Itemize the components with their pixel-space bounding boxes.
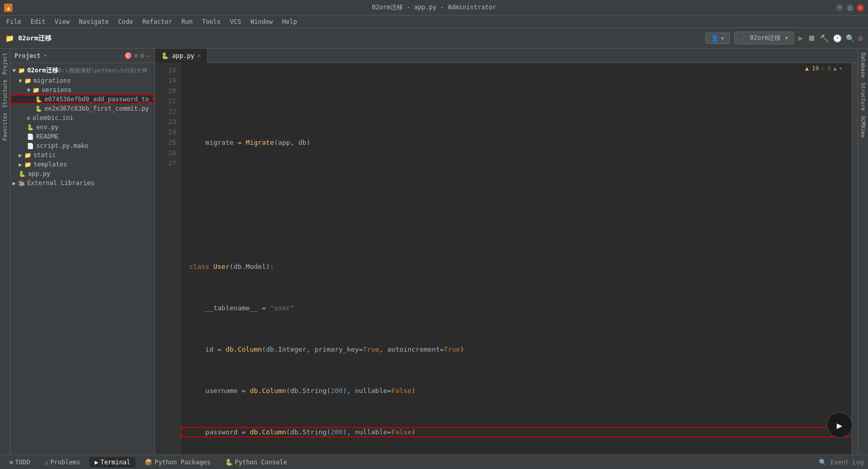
right-tab-structure[interactable]: Structure (859, 81, 867, 113)
code-token: = (388, 427, 392, 437)
tree-static[interactable]: ▶ 📁 static (10, 150, 154, 160)
tree-versions[interactable]: ▼ 📁 versions (10, 85, 154, 95)
ok-count: ✓ 6 (821, 65, 831, 72)
bottom-tab-problems[interactable]: ⚠ Problems (39, 457, 85, 467)
terminal-tab-icon: ▶ (95, 459, 98, 466)
chevron-down-icon[interactable]: ▾ (839, 65, 842, 72)
bottom-tab-todo[interactable]: ≡ TODO (4, 457, 35, 467)
event-log-label[interactable]: 🔍 Event Log (819, 459, 864, 466)
code-token: False (391, 386, 411, 396)
code-token: db.Column (250, 427, 286, 437)
project-panel: Project ▾ 🎯 ≡ ⚙ — ▼ 📁 02orm迁移 D:\视频课程\py… (10, 49, 155, 455)
branch-button[interactable]: 📞 02orm迁移 ▾ (734, 32, 794, 44)
code-token: ), (343, 386, 351, 396)
play-icon: ▶ (837, 420, 843, 431)
options-icon[interactable]: ⚙ (140, 52, 144, 59)
toolbar: 📁 02orm迁移 👤 ▾ 📞 02orm迁移 ▾ ▶ ⏹ 🔨 🕐 🔍 ⚙ (0, 28, 868, 49)
build-icon[interactable]: 🔨 (820, 34, 829, 42)
stop-button[interactable]: ⏹ (808, 33, 816, 43)
toolbar-right: 👤 ▾ 📞 02orm迁移 ▾ ▶ ⏹ 🔨 🕐 🔍 ⚙ (705, 32, 863, 44)
code-token: username (189, 386, 238, 396)
static-expand-icon: ▶ (19, 152, 22, 159)
close-button[interactable]: ✕ (857, 4, 864, 11)
menu-navigate[interactable]: Navigate (75, 17, 113, 26)
tree-env-py[interactable]: 🐍 env.py (10, 123, 154, 132)
templates-folder-icon: 📁 (24, 161, 32, 168)
tree-readme[interactable]: 📄 README (10, 132, 154, 141)
tree-static-label: static (34, 152, 56, 159)
code-token: = (258, 303, 270, 313)
code-token: = (359, 344, 363, 355)
line-numbers: 18 19 20 21 22 23 24 25 26 27 (155, 63, 181, 455)
templates-expand-icon: ▶ (19, 161, 22, 168)
editor-tab-apppy[interactable]: 🐍 app.py ✕ (155, 49, 208, 63)
search-icon[interactable]: 🔍 (846, 34, 855, 42)
branch-icon: 📞 (740, 35, 748, 42)
menu-file[interactable]: File (2, 17, 25, 26)
minimize-button[interactable]: ─ (836, 4, 843, 11)
line-num-20: 20 (155, 86, 176, 96)
tree-file-e074[interactable]: 🐍 e074536efbd9_add_password_to_user.py (10, 95, 154, 104)
menu-view[interactable]: View (51, 17, 74, 26)
bottom-tabs: ≡ TODO ⚠ Problems ▶ Terminal 📦 Python Pa… (0, 455, 868, 469)
code-line-21 (189, 220, 851, 231)
menu-help[interactable]: Help (278, 17, 301, 26)
run-button[interactable]: ▶ (798, 33, 803, 43)
ini-file-icon: ≡ (27, 115, 30, 122)
left-tab-structure[interactable]: Structure (1, 78, 9, 110)
tree-file-ee2e[interactable]: 🐍 ee2e367c63bb_first_commit.py (10, 104, 154, 113)
coverage-icon[interactable]: 🕐 (833, 34, 842, 42)
tree-migrations[interactable]: ▼ 📁 migrations (10, 76, 154, 85)
tree-versions-label: versions (42, 86, 72, 94)
tree-script-mako[interactable]: 📄 script.py.mako (10, 141, 154, 150)
tree-app-py-label: app.py (28, 170, 50, 177)
menu-code[interactable]: Code (114, 17, 137, 26)
video-play-button[interactable]: ▶ (827, 412, 853, 438)
project-dropdown-icon[interactable]: ▾ (44, 52, 48, 59)
editor-tab-close[interactable]: ✕ (197, 52, 201, 59)
settings-icon[interactable]: ⚙ (859, 34, 863, 42)
code-token: migrate (189, 138, 234, 148)
maximize-button[interactable]: □ (846, 4, 854, 11)
right-tab-database[interactable]: Database (859, 51, 867, 80)
hide-panel-icon[interactable]: — (146, 52, 150, 59)
editor-tab-icon: 🐍 (161, 52, 169, 59)
tree-file-ee2e-label: ee2e367c63bb_first_commit.py (44, 105, 149, 112)
console-icon: 🐍 (225, 459, 233, 466)
tree-alembic-ini[interactable]: ≡ alembic.ini (10, 113, 154, 123)
tree-root[interactable]: ▼ 📁 02orm迁移 D:\视频课程\python\小白到大神 (10, 65, 154, 76)
tree-readme-label: README (36, 133, 58, 140)
left-side-tabs: Project Structure Favorites (0, 49, 10, 455)
menu-edit[interactable]: Edit (26, 17, 50, 26)
code-token (351, 386, 355, 396)
menu-tools[interactable]: Tools (198, 17, 225, 26)
folder-expand-icon-versions: ▼ (27, 87, 30, 94)
menu-run[interactable]: Run (177, 17, 197, 26)
left-tab-favorites[interactable]: Favorites (1, 111, 9, 143)
py-file-icon-ee2e: 🐍 (35, 105, 42, 112)
code-content[interactable]: migrate = Migrate(app, db) class User(db… (181, 63, 851, 455)
locate-icon[interactable]: 🎯 (124, 52, 132, 59)
code-token (351, 427, 355, 437)
right-tab-scmview[interactable]: SCMView (859, 114, 867, 140)
chevron-up-icon[interactable]: ▲ (833, 65, 837, 72)
tree-app-py[interactable]: 🐍 app.py (10, 169, 154, 178)
bottom-tab-console[interactable]: 🐍 Python Console (220, 457, 292, 467)
code-token: __tablename__ (189, 303, 258, 313)
left-tab-project[interactable]: Project (1, 51, 9, 77)
menu-vcs[interactable]: VCS (226, 17, 245, 26)
code-token: 200 (331, 427, 343, 437)
app-py-icon: 🐍 (19, 171, 26, 177)
editor-scrollbar[interactable] (851, 63, 858, 455)
tree-external-libs[interactable]: ▶ 📚 External Libraries (10, 178, 154, 188)
code-token: (db.String( (286, 386, 331, 396)
bottom-tab-terminal[interactable]: ▶ Terminal (89, 457, 135, 467)
bottom-tab-packages[interactable]: 📦 Python Packages (140, 457, 215, 467)
folder-expand-icon-migrations: ▼ (19, 78, 22, 84)
user-menu-button[interactable]: 👤 ▾ (705, 33, 730, 44)
tree-templates[interactable]: ▶ 📁 templates (10, 160, 154, 169)
menu-window[interactable]: Window (246, 17, 277, 26)
env-py-icon: 🐍 (27, 124, 34, 131)
collapse-icon[interactable]: ≡ (134, 52, 138, 59)
menu-refactor[interactable]: Refactor (138, 17, 176, 26)
